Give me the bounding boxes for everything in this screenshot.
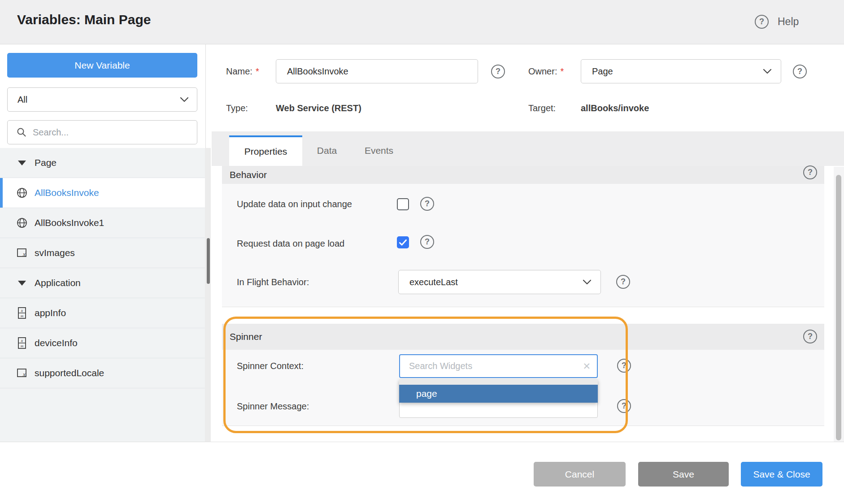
required-asterisk: * bbox=[256, 66, 259, 77]
required-asterisk: * bbox=[560, 66, 564, 77]
target-label: Target: bbox=[528, 103, 556, 113]
tree-item-deviceinfo[interactable]: x∞ deviceInfo bbox=[0, 328, 205, 358]
svg-text:x: x bbox=[21, 338, 23, 343]
name-help-icon[interactable]: ? bbox=[491, 65, 505, 78]
update-data-checkbox[interactable] bbox=[397, 198, 409, 210]
search-placeholder: Search... bbox=[33, 127, 69, 138]
sidebar-scrollbar-thumb[interactable] bbox=[207, 238, 210, 284]
tree-item-svimages[interactable]: x svImages bbox=[0, 238, 205, 268]
spinner-context-help-icon[interactable]: ? bbox=[617, 359, 631, 373]
spinner-section-body: Spinner Context: Search Widgets ✕ ? Spin… bbox=[222, 350, 824, 426]
help-button[interactable]: ? Help bbox=[755, 15, 799, 29]
save-button[interactable]: Save bbox=[638, 462, 729, 487]
tree-item-allbooksinvoke[interactable]: AllBooksInvoke bbox=[0, 178, 205, 208]
behavior-help-icon[interactable]: ? bbox=[803, 165, 817, 179]
clear-icon[interactable]: ✕ bbox=[583, 361, 591, 372]
chevron-down-icon bbox=[763, 69, 772, 74]
tab-properties[interactable]: Properties bbox=[229, 135, 302, 166]
help-icon: ? bbox=[755, 15, 769, 29]
behavior-section-header: Behavior bbox=[222, 166, 824, 184]
help-label: Help bbox=[778, 16, 799, 28]
in-flight-label: In Flight Behavior: bbox=[237, 277, 309, 287]
save-close-button[interactable]: Save & Close bbox=[741, 462, 822, 487]
request-data-label: Request data on page load bbox=[237, 239, 344, 249]
new-variable-button[interactable]: New Variable bbox=[7, 53, 197, 78]
sidebar-divider bbox=[205, 44, 206, 148]
svg-text:x: x bbox=[22, 371, 26, 378]
variable-filter-select[interactable]: All bbox=[7, 87, 197, 112]
tree-item-appinfo[interactable]: x∞ appInfo bbox=[0, 298, 205, 328]
collapse-triangle-icon[interactable] bbox=[16, 281, 28, 286]
spinner-message-help-icon[interactable]: ? bbox=[617, 399, 631, 413]
target-value: allBooks/invoke bbox=[581, 103, 649, 113]
search-icon bbox=[17, 127, 26, 137]
in-flight-help-icon[interactable]: ? bbox=[616, 275, 630, 289]
tree-item-supportedlocale[interactable]: x supportedLocale bbox=[0, 358, 205, 388]
svg-text:∞: ∞ bbox=[20, 343, 23, 348]
update-data-help-icon[interactable]: ? bbox=[420, 197, 434, 211]
dropdown-top-sliver bbox=[399, 379, 598, 385]
spinner-context-input[interactable]: Search Widgets ✕ bbox=[399, 354, 598, 378]
update-data-label: Update data on input change bbox=[237, 199, 352, 209]
chevron-down-icon bbox=[583, 279, 592, 285]
page-title: Variables: Main Page bbox=[17, 12, 151, 27]
spinner-message-label: Spinner Message: bbox=[237, 401, 309, 412]
name-label: Name:* bbox=[226, 66, 259, 77]
footer-divider bbox=[0, 442, 844, 442]
selected-indicator bbox=[0, 178, 3, 208]
object-variable-icon: x∞ bbox=[16, 307, 28, 319]
variables-dialog: Variables: Main Page ? Help New Variable… bbox=[0, 0, 844, 504]
web-service-icon bbox=[16, 217, 28, 229]
type-label: Type: bbox=[226, 103, 248, 113]
list-variable-icon: x bbox=[16, 247, 28, 259]
request-data-checkbox[interactable] bbox=[397, 236, 409, 248]
main-scrollbar-thumb[interactable] bbox=[836, 175, 841, 440]
tree-group-page[interactable]: Page bbox=[0, 148, 205, 178]
owner-help-icon[interactable]: ? bbox=[793, 65, 807, 78]
svg-text:∞: ∞ bbox=[20, 313, 23, 318]
svg-text:x: x bbox=[21, 308, 23, 313]
spinner-section-header: Spinner bbox=[222, 324, 824, 350]
type-value: Web Service (REST) bbox=[276, 103, 361, 113]
spinner-help-icon[interactable]: ? bbox=[803, 330, 817, 343]
behavior-section-body: Update data on input change ? Request da… bbox=[222, 184, 824, 307]
cancel-button[interactable]: Cancel bbox=[534, 462, 626, 487]
tab-data[interactable]: Data bbox=[302, 135, 352, 166]
request-data-help-icon[interactable]: ? bbox=[420, 235, 434, 249]
filter-value: All bbox=[17, 95, 27, 105]
object-variable-icon: x∞ bbox=[16, 337, 28, 349]
tree-item-allbooksinvoke1[interactable]: AllBooksInvoke1 bbox=[0, 208, 205, 238]
tab-events[interactable]: Events bbox=[352, 135, 406, 166]
collapse-triangle-icon[interactable] bbox=[16, 161, 28, 165]
sidebar-scrollbar-track[interactable] bbox=[205, 148, 211, 442]
spinner-context-label: Spinner Context: bbox=[237, 361, 304, 371]
web-service-icon bbox=[16, 187, 28, 199]
list-variable-icon: x bbox=[16, 367, 28, 379]
dropdown-option-page[interactable]: page bbox=[399, 385, 598, 403]
spinner-context-placeholder: Search Widgets bbox=[409, 361, 583, 371]
spinner-context-dropdown: page bbox=[399, 379, 598, 403]
svg-text:x: x bbox=[22, 251, 26, 257]
chevron-down-icon bbox=[180, 97, 189, 102]
sidebar-search[interactable]: Search... bbox=[7, 120, 197, 144]
tree-group-application[interactable]: Application bbox=[0, 268, 205, 298]
owner-label: Owner:* bbox=[528, 66, 564, 77]
in-flight-select[interactable]: executeLast bbox=[398, 270, 601, 294]
owner-select[interactable]: Page bbox=[581, 59, 781, 83]
tree-background bbox=[0, 388, 205, 442]
name-input[interactable]: AllBooksInvoke bbox=[276, 59, 478, 83]
